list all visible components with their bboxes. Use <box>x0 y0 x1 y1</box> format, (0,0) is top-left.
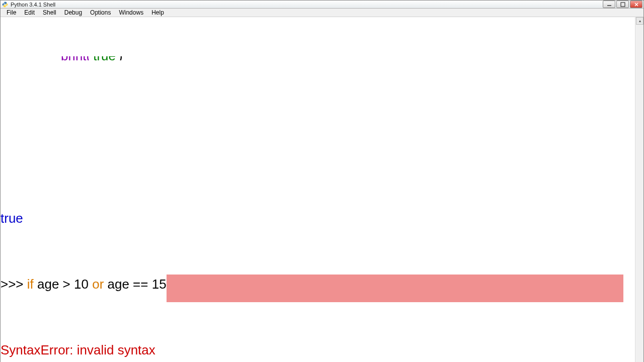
code-line-error-input: >>> if age > 10 or age == 15 <box>1 278 635 304</box>
syntax-error-highlight <box>167 275 623 302</box>
svg-rect-2 <box>621 3 625 7</box>
token-string: 'true' <box>91 56 118 60</box>
shell-text-area[interactable]: print('true') true >>> if age > 10 or ag… <box>1 17 635 362</box>
scroll-up-button[interactable]: ▴ <box>636 17 643 25</box>
menu-options[interactable]: Options <box>86 9 115 17</box>
vertical-scrollbar[interactable]: ▴ ▾ <box>635 17 643 362</box>
window-title: Python 3.4.1 Shell <box>11 2 602 8</box>
error-message-line: SyntaxError: invalid syntax <box>1 343 635 362</box>
token-keyword: if <box>27 277 34 292</box>
token-keyword: or <box>92 277 104 292</box>
menu-shell[interactable]: Shell <box>39 9 60 17</box>
output-line: true <box>1 212 635 238</box>
titlebar[interactable]: Python 3.4.1 Shell <box>1 1 643 9</box>
menu-debug[interactable]: Debug <box>60 9 86 17</box>
error-text: SyntaxError: invalid syntax <box>1 342 155 357</box>
editor-area: print('true') true >>> if age > 10 or ag… <box>1 17 643 362</box>
token-code: age == 15 <box>104 277 166 292</box>
token-builtin: print( <box>61 56 91 60</box>
token-code: age > 10 <box>34 277 92 292</box>
token-paren: ) <box>118 56 123 60</box>
blank-region <box>1 100 635 172</box>
close-button[interactable] <box>630 1 642 8</box>
output-value: true <box>1 211 23 226</box>
menubar: File Edit Shell Debug Options Windows He… <box>1 9 643 17</box>
code-line-partial: print('true') <box>1 56 635 60</box>
window-controls <box>602 1 642 8</box>
minimize-button[interactable] <box>603 1 615 8</box>
menu-edit[interactable]: Edit <box>20 9 39 17</box>
python-icon <box>2 1 9 8</box>
menu-windows[interactable]: Windows <box>115 9 147 17</box>
menu-file[interactable]: File <box>3 9 20 17</box>
app-window: Python 3.4.1 Shell File Edit Shell Debug… <box>0 0 644 362</box>
svg-point-1 <box>6 6 6 7</box>
svg-point-0 <box>4 2 5 3</box>
menu-help[interactable]: Help <box>147 9 168 17</box>
shell-prompt: >>> <box>1 277 27 292</box>
maximize-button[interactable] <box>616 1 629 8</box>
